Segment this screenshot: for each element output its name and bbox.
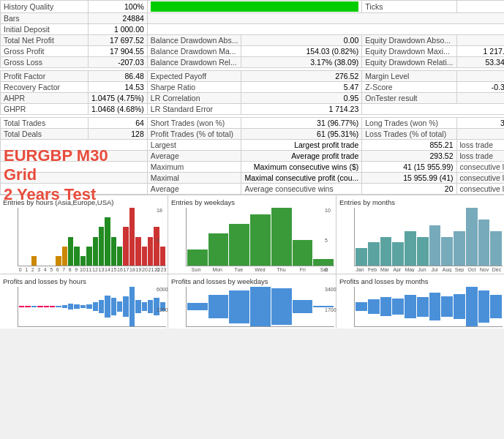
profits-hours-bar-20	[142, 302, 147, 311]
balance-dd-rel-value: 3.17% (38.09)	[241, 57, 362, 68]
hours-label-17: 17	[124, 267, 129, 272]
initial-deposit-label: Initial Deposit	[1, 24, 89, 35]
on-tester-label: OnTester result	[362, 93, 456, 104]
average-loss-label: loss trade	[456, 151, 504, 162]
lr-correlation-value: 0.95	[241, 93, 362, 104]
months-label-7: Aug	[441, 267, 453, 272]
hours-label-5: 5	[49, 267, 55, 272]
months-bar-4	[405, 231, 416, 266]
average-label: Average	[147, 151, 241, 162]
hours-label-9: 9	[74, 267, 80, 272]
zscore-label: Z-Score	[362, 82, 456, 93]
ticks-label: Ticks	[362, 1, 456, 13]
entry-charts-row: Entries by hours (Asia,Europe,USA) 6 3 0…	[0, 195, 504, 274]
hours-bar-15	[111, 237, 116, 266]
profits-hours-bar-12	[93, 302, 98, 311]
profits-weekdays-y-axis: 6000 2250	[157, 287, 168, 327]
months-label-11: Dec	[491, 267, 503, 272]
hours-bar-16	[117, 247, 122, 266]
balance-dd-max-label: Balance Drawdown Ma...	[147, 46, 241, 57]
zscore-value: -0.33 (25.86%)	[456, 82, 504, 93]
months-label-0: Jan	[354, 267, 366, 272]
profits-hours-bar-8	[68, 304, 73, 309]
profits-months-bar-6	[429, 293, 441, 320]
months-label-8: Sep	[454, 267, 465, 272]
weekdays-label-6: Sat	[314, 267, 334, 272]
hours-bar-12	[93, 237, 98, 266]
profits-hours-bar-0	[19, 306, 24, 307]
largest-label: Largest	[147, 140, 241, 151]
months-bar-6	[429, 225, 441, 266]
max-consec-losses-label: consecutive losses ($)	[456, 162, 504, 173]
months-label-2: Mar	[379, 267, 391, 272]
hours-label-7: 7	[61, 267, 67, 272]
weekdays-label-2: Tue	[228, 267, 249, 272]
hours-label-11: 11	[86, 267, 92, 272]
hours-bar-14	[105, 217, 110, 266]
balance-dd-rel-label: Balance Drawdown Rel...	[147, 57, 241, 68]
weekdays-bar-2	[229, 224, 249, 266]
weekdays-bar-1	[208, 233, 229, 266]
profits-hours-bar-17	[123, 296, 128, 317]
expected-payoff-label: Expected Payoff	[147, 71, 241, 82]
hours-label-10: 10	[80, 267, 86, 272]
profits-weekdays-bar-0	[187, 303, 208, 311]
profits-hours-bar-chart	[18, 287, 166, 327]
hours-label-4: 4	[42, 267, 48, 272]
hours-label-1: 1	[24, 267, 30, 272]
profits-hours-bar-1	[25, 306, 30, 307]
profits-months-bar-3	[392, 299, 404, 315]
profits-hours-bar-13	[99, 300, 104, 314]
months-bar-11	[490, 231, 502, 266]
equity-dd-max-value: 1 217.87 (6.83%)	[456, 46, 504, 57]
gross-profit-label: Gross Profit	[1, 46, 89, 57]
profits-months-bar-1	[368, 299, 380, 313]
profits-by-months-title: Profits and losses by months	[339, 277, 503, 285]
hours-label-8: 8	[67, 267, 73, 272]
ghpr-label: GHPR	[1, 104, 89, 115]
profits-hours-bar-18	[129, 287, 135, 326]
hours-label-13: 13	[99, 267, 105, 272]
months-label-1: Feb	[366, 267, 378, 272]
months-label-4: May	[404, 267, 415, 272]
weekdays-bar-chart	[186, 208, 334, 266]
hours-label-18: 18	[129, 267, 135, 272]
months-bar-5	[417, 237, 429, 266]
profits-months-y-axis: 3400 1700	[325, 287, 336, 327]
hours-bar-7	[62, 247, 67, 266]
expected-payoff-value: 276.52	[241, 71, 362, 82]
months-bar-9	[466, 208, 478, 266]
total-trades-value: 64	[89, 118, 148, 129]
hours-label-12: 12	[92, 267, 98, 272]
profits-weekdays-bar-5	[293, 300, 313, 313]
months-label-10: Nov	[478, 267, 490, 272]
sharpe-ratio-value: 5.47	[241, 82, 362, 93]
profits-hours-bar-4	[44, 306, 49, 307]
profits-by-months-chart: Profits and losses by months 3400 1700	[336, 274, 504, 329]
equity-dd-abs-value: 401.15	[456, 35, 504, 46]
profits-charts-row: Profits and losses by hours 3500 1750 Pr…	[0, 274, 504, 329]
profits-weekdays-bar-chart	[186, 287, 334, 327]
months-label-3: Apr	[391, 267, 403, 272]
total-net-profit-label: Total Net Profit	[1, 35, 89, 46]
profit-trades-value: 61 (95.31%)	[241, 129, 362, 140]
hours-label-6: 6	[55, 267, 61, 272]
months-bar-chart	[354, 208, 503, 266]
maximal-consec-loss-label: consecutive loss (count)	[456, 173, 504, 184]
profits-hours-bar-14	[105, 296, 110, 318]
profits-hours-bar-7	[62, 305, 67, 307]
profits-by-hours-title: Profits and losses by hours	[3, 277, 166, 285]
months-bar-2	[380, 237, 392, 266]
months-bar-8	[454, 231, 465, 266]
sharpe-ratio-label: Sharpe Ratio	[147, 82, 241, 93]
hours-label-16: 16	[117, 267, 123, 272]
profits-months-bar-7	[441, 296, 453, 318]
profits-weekdays-bar-1	[208, 295, 229, 318]
profits-months-bar-9	[466, 287, 478, 326]
initial-deposit-value: 1 000.00	[89, 24, 148, 35]
profits-hours-bar-9	[74, 304, 79, 308]
average-profit-value: 293.52	[362, 151, 456, 162]
history-quality-label: History Quality	[1, 1, 89, 13]
max-consec-wins-value: 41 (15 955.99)	[362, 162, 456, 173]
months-label-5: Jun	[416, 267, 428, 272]
